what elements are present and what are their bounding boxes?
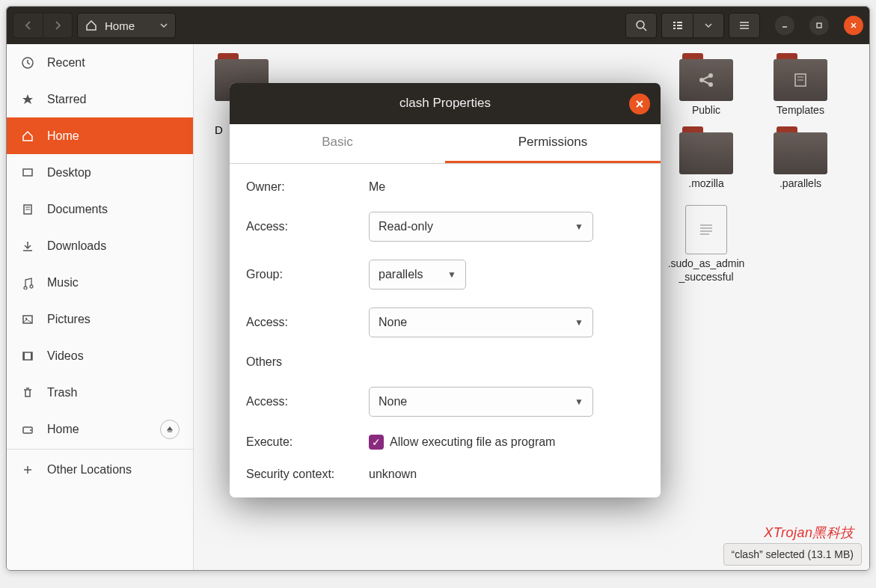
folder-label: .parallels — [779, 177, 821, 191]
svg-rect-7 — [677, 28, 682, 29]
svg-rect-6 — [673, 28, 676, 29]
svg-rect-2 — [673, 22, 676, 23]
file-manager-window: Home — [6, 6, 870, 571]
statusbar-text: “clash” selected (13.1 MB) — [732, 548, 854, 560]
sidebar-item-downloads[interactable]: Downloads — [7, 227, 193, 264]
owner-access-label: Access: — [246, 220, 361, 233]
group-access-dropdown[interactable]: None▼ — [369, 307, 593, 337]
visible-icons: Public Templates .mozilla .parallels .su… — [665, 59, 856, 284]
sidebar-item-starred[interactable]: Starred — [7, 81, 193, 117]
eject-icon — [166, 426, 174, 433]
statusbar: “clash” selected (13.1 MB) — [723, 543, 862, 566]
group-dropdown[interactable]: parallels▼ — [369, 260, 466, 290]
dialog-body: Owner: Me Access: Read-only▼ Group: para… — [230, 164, 661, 497]
svg-point-0 — [637, 21, 644, 28]
sidebar-item-label: Recent — [47, 56, 85, 70]
folder-icon — [774, 59, 827, 101]
sidebar-item-desktop[interactable]: Desktop — [7, 154, 193, 191]
sidebar-item-label: Documents — [47, 203, 108, 216]
tab-label: Permissions — [518, 135, 588, 150]
maximize-button[interactable] — [809, 16, 829, 35]
folder-item-templates[interactable]: Templates — [759, 59, 842, 117]
star-icon — [20, 93, 35, 106]
sidebar-item-videos[interactable]: Videos — [7, 337, 193, 374]
close-icon — [850, 22, 857, 29]
svg-line-1 — [643, 28, 646, 31]
folder-item-public[interactable]: Public — [665, 59, 747, 117]
properties-dialog: clash Properties Basic Permissions Owner… — [230, 83, 661, 497]
forward-button[interactable] — [43, 13, 73, 38]
execute-label: Execute: — [246, 435, 361, 449]
sidebar: Recent Starred Home Desktop Documents Do… — [7, 44, 194, 570]
tab-basic[interactable]: Basic — [230, 124, 445, 163]
downloads-icon — [20, 239, 35, 253]
pathbar[interactable]: Home — [77, 13, 176, 38]
chevron-down-icon: ▼ — [575, 396, 584, 407]
home-icon — [20, 129, 35, 143]
dropdown-value: Read-only — [379, 220, 433, 233]
folder-item-parallels[interactable]: .parallels — [759, 132, 842, 191]
sidebar-item-other-locations[interactable]: Other Locations — [7, 451, 193, 488]
search-icon — [635, 19, 647, 31]
tab-permissions[interactable]: Permissions — [445, 124, 661, 163]
text-file-icon — [685, 205, 727, 254]
sidebar-item-label: Trash — [47, 386, 77, 399]
execute-checkbox-row[interactable]: ✓ Allow executing file as program — [369, 435, 644, 450]
nav-buttons — [13, 13, 73, 38]
dropdown-value: None — [379, 316, 407, 329]
folder-label: Public — [692, 104, 720, 117]
dialog-close-button[interactable] — [629, 94, 650, 114]
folder-icon — [774, 132, 827, 174]
sidebar-item-music[interactable]: Music — [7, 264, 193, 301]
chevron-right-icon — [53, 21, 62, 30]
owner-access-dropdown[interactable]: Read-only▼ — [369, 212, 593, 242]
folder-icon[interactable] — [215, 59, 269, 101]
search-button[interactable] — [625, 13, 657, 38]
sidebar-item-pictures[interactable]: Pictures — [7, 301, 193, 337]
sidebar-item-label: Videos — [47, 349, 84, 363]
sidebar-item-trash[interactable]: Trash — [7, 374, 193, 411]
chevron-left-icon — [24, 21, 33, 30]
pictures-icon — [20, 313, 35, 326]
close-window-button[interactable] — [844, 16, 863, 35]
eject-button[interactable] — [160, 420, 180, 439]
svg-rect-4 — [673, 25, 676, 26]
file-item-sudo[interactable]: .sudo_as_admin_successful — [665, 205, 747, 284]
list-view-button[interactable] — [661, 13, 693, 38]
sidebar-item-home[interactable]: Home — [7, 117, 193, 154]
sidebar-item-label: Starred — [47, 93, 86, 106]
chevron-down-icon — [160, 22, 168, 29]
share-icon — [679, 59, 733, 101]
sidebar-item-home-volume[interactable]: Home — [7, 411, 193, 447]
sidebar-item-label: Pictures — [47, 313, 91, 326]
list-icon — [672, 19, 684, 31]
svg-rect-23 — [23, 352, 25, 360]
others-access-dropdown[interactable]: None▼ — [369, 387, 593, 417]
svg-point-26 — [30, 429, 31, 431]
hamburger-menu-button[interactable] — [729, 13, 760, 38]
svg-line-33 — [703, 81, 709, 84]
sidebar-item-label: Music — [47, 276, 79, 290]
chevron-down-icon: ▼ — [575, 317, 584, 328]
back-button[interactable] — [13, 13, 43, 38]
documents-icon — [20, 203, 35, 216]
group-label: Group: — [246, 268, 361, 281]
svg-rect-24 — [31, 352, 32, 360]
file-label: .sudo_as_admin_successful — [665, 257, 747, 284]
others-access-label: Access: — [246, 395, 361, 408]
view-switcher — [661, 13, 724, 38]
svg-rect-16 — [23, 169, 32, 176]
dialog-title: clash Properties — [399, 96, 491, 111]
disk-icon — [20, 423, 35, 436]
folder-item-mozilla[interactable]: .mozilla — [665, 132, 747, 191]
desktop-icon — [20, 166, 35, 180]
dialog-tabs: Basic Permissions — [230, 124, 661, 164]
sidebar-item-label: Home — [47, 129, 79, 143]
watermark-text: XTrojan黑科技 — [764, 524, 854, 542]
plus-icon — [20, 464, 35, 476]
view-menu-button[interactable] — [693, 13, 724, 38]
sidebar-item-documents[interactable]: Documents — [7, 191, 193, 227]
minimize-button[interactable] — [775, 16, 794, 35]
sidebar-item-label: Other Locations — [47, 463, 132, 477]
sidebar-item-recent[interactable]: Recent — [7, 44, 193, 81]
